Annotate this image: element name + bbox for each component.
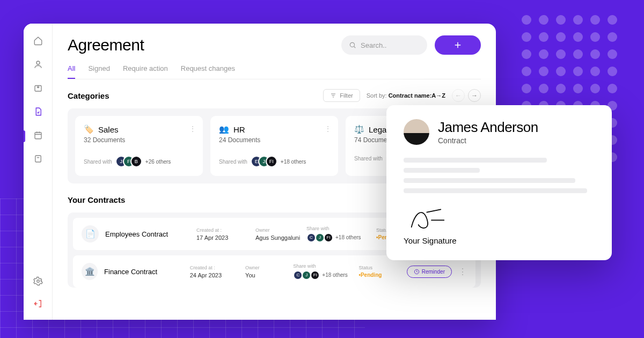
filter-button[interactable]: Filter <box>323 89 360 102</box>
plus-icon <box>453 40 463 50</box>
svg-point-4 <box>36 280 39 283</box>
search-icon <box>349 41 356 49</box>
scale-icon: ⚖️ <box>354 124 364 134</box>
sort-control[interactable]: Sort by: Contract name:A→Z <box>367 92 445 99</box>
next-button[interactable]: → <box>468 89 481 102</box>
row-more-icon[interactable]: ⋮ <box>458 267 467 277</box>
signature-icon <box>404 204 452 232</box>
add-button[interactable] <box>435 35 481 55</box>
reminder-button[interactable]: Reminder <box>407 266 452 278</box>
tab-all[interactable]: All <box>68 64 75 79</box>
avatar-stack: J F B <box>115 156 142 167</box>
people-icon: 👥 <box>219 124 229 134</box>
calendar-icon[interactable] <box>33 130 43 141</box>
tab-signed[interactable]: Signed <box>88 64 109 79</box>
avatar: FI <box>324 233 333 243</box>
user-icon[interactable] <box>33 59 43 70</box>
logout-icon[interactable] <box>33 298 43 309</box>
contracts-title: Your Contracts <box>68 195 125 204</box>
document-icon: 📄 <box>82 225 99 243</box>
home-icon[interactable] <box>33 35 43 46</box>
category-card-sales[interactable]: ⋮ 🏷️Sales 32 Documents Shared with J F B… <box>75 116 203 176</box>
sidebar <box>24 24 53 320</box>
document-sign-icon[interactable] <box>33 106 43 117</box>
svg-rect-2 <box>35 133 41 139</box>
tab-request-changes[interactable]: Request changes <box>181 64 235 79</box>
prev-button[interactable]: ← <box>452 89 465 102</box>
signature-area[interactable]: Your Signature <box>404 204 595 245</box>
category-card-hr[interactable]: ⋮ 👥HR 24 Documents Shared with E J FI +1… <box>210 116 338 176</box>
topbar: Agreement Search.. <box>68 35 481 55</box>
user-avatar <box>404 119 429 145</box>
tag-icon: 🏷️ <box>84 124 94 134</box>
signature-label: Your Signature <box>404 236 595 245</box>
svg-point-5 <box>350 42 354 47</box>
signature-popup: James Anderson Contract Your Signature <box>386 105 612 260</box>
categories-title: Categories <box>68 91 109 100</box>
search-placeholder: Search.. <box>361 41 386 49</box>
filter-icon <box>330 92 336 99</box>
avatar-stack: E J FI <box>251 156 277 167</box>
tabs: All Signed Require action Request change… <box>68 64 481 79</box>
archive-icon[interactable] <box>33 153 43 164</box>
clock-icon <box>414 269 420 275</box>
search-input[interactable]: Search.. <box>341 35 427 55</box>
avatar: B <box>130 156 142 167</box>
card-more-icon[interactable]: ⋮ <box>189 124 196 133</box>
popup-subtitle: Contract <box>438 136 538 145</box>
svg-point-0 <box>36 61 40 64</box>
sidebar-active-indicator <box>24 130 25 142</box>
settings-icon[interactable] <box>33 276 43 286</box>
tab-require-action[interactable]: Require action <box>123 64 168 79</box>
popup-user-name: James Anderson <box>438 119 538 136</box>
inbox-icon[interactable] <box>33 83 43 93</box>
svg-rect-3 <box>35 156 41 162</box>
placeholder-lines <box>404 158 595 193</box>
avatar: FI <box>266 156 277 167</box>
contract-row[interactable]: 🏛️ Finance Contract Created at :24 Apr 2… <box>73 255 475 288</box>
card-more-icon[interactable]: ⋮ <box>324 124 332 133</box>
bank-icon: 🏛️ <box>82 263 98 280</box>
avatar: FI <box>310 270 320 280</box>
page-title: Agreement <box>68 36 144 54</box>
